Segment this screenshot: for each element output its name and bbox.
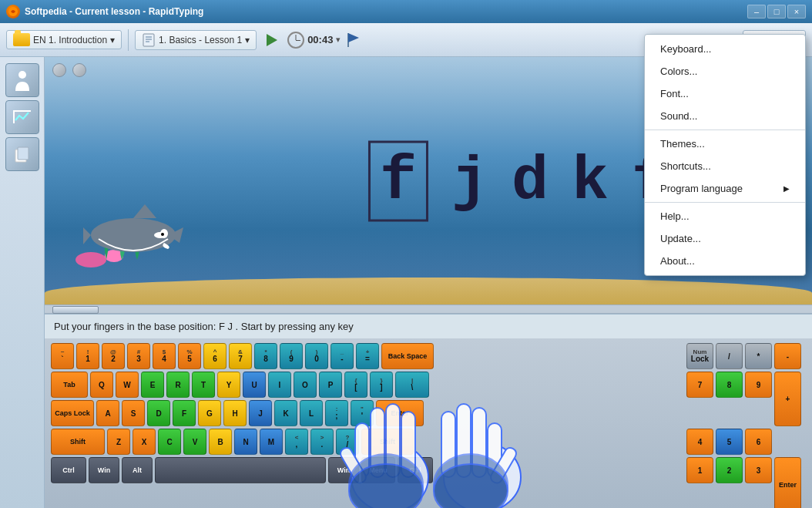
key-k[interactable]: K — [274, 400, 297, 426]
key-3[interactable]: #3 — [127, 343, 150, 369]
key-5[interactable]: %5 — [178, 343, 201, 369]
key-backspace[interactable]: Back Space — [381, 343, 434, 369]
key-num-enter[interactable]: Enter — [774, 457, 801, 508]
key-w[interactable]: W — [116, 372, 139, 398]
key-1[interactable]: !1 — [76, 343, 99, 369]
key-y[interactable]: Y — [217, 372, 240, 398]
key-quote[interactable]: "' — [351, 400, 374, 426]
minimize-button[interactable]: – — [747, 5, 766, 19]
menu-font[interactable]: Font... — [645, 82, 805, 105]
key-o[interactable]: O — [294, 372, 317, 398]
back-button[interactable] — [52, 63, 66, 77]
key-num8[interactable]: 8 — [716, 372, 743, 398]
key-b[interactable]: B — [209, 429, 232, 455]
menu-program-language[interactable]: Program language ▶ — [645, 177, 805, 200]
key-d[interactable]: D — [147, 400, 170, 426]
scroll-handle[interactable] — [52, 306, 99, 314]
key-num-plus[interactable]: + — [774, 372, 801, 426]
key-m[interactable]: M — [260, 429, 283, 455]
menu-help[interactable]: Help... — [645, 205, 805, 227]
key-numlock[interactable]: NumLock — [686, 343, 713, 369]
key-z[interactable]: Z — [107, 429, 130, 455]
key-f[interactable]: F — [173, 400, 196, 426]
key-j[interactable]: J — [249, 400, 272, 426]
key-backslash[interactable]: |\ — [395, 372, 429, 398]
maximize-button[interactable]: □ — [767, 5, 786, 19]
menu-colors[interactable]: Colors... — [645, 60, 805, 82]
key-g[interactable]: G — [198, 400, 221, 426]
key-comma[interactable]: <, — [285, 429, 308, 455]
statistics-button[interactable] — [5, 100, 39, 134]
numpad-row2: 7 8 9 + — [686, 372, 806, 426]
key-p[interactable]: P — [319, 372, 342, 398]
key-num-star[interactable]: * — [745, 343, 772, 369]
close-button[interactable]: × — [787, 5, 806, 19]
lesson-selector[interactable]: 1. Basics - Lesson 1 ▾ — [135, 30, 257, 50]
key-a[interactable]: A — [96, 400, 119, 426]
key-num4[interactable]: 4 — [686, 429, 713, 455]
key-space[interactable] — [155, 457, 326, 483]
key-num2[interactable]: 2 — [716, 457, 743, 483]
key-minus[interactable]: _- — [331, 343, 354, 369]
lessons-button[interactable] — [5, 137, 39, 171]
key-num5[interactable]: 5 — [716, 429, 743, 455]
key-win-right[interactable]: Win — [328, 457, 359, 483]
typing-tutor-button[interactable] — [5, 63, 39, 97]
key-t[interactable]: T — [192, 372, 215, 398]
key-shift-right[interactable]: Shift — [361, 429, 414, 455]
key-backtick[interactable]: ~` — [51, 343, 74, 369]
key-menu[interactable]: Menu — [361, 457, 395, 483]
key-num3[interactable]: 3 — [745, 457, 772, 483]
key-num1[interactable]: 1 — [686, 457, 713, 483]
key-0[interactable]: )0 — [305, 343, 328, 369]
key-h[interactable]: H — [223, 400, 247, 426]
play-button[interactable] — [261, 29, 283, 51]
key-e[interactable]: E — [141, 372, 164, 398]
key-num9[interactable]: 9 — [745, 372, 772, 398]
key-enter[interactable]: Enter — [376, 400, 424, 426]
menu-shortcuts[interactable]: Shortcuts... — [645, 155, 805, 177]
key-alt[interactable]: Alt — [122, 457, 153, 483]
forward-button[interactable] — [72, 63, 86, 77]
key-l[interactable]: L — [300, 400, 323, 426]
menu-themes[interactable]: Themes... — [645, 133, 805, 155]
key-ctrl-left[interactable]: Ctrl — [51, 457, 86, 483]
menu-sound[interactable]: Sound... — [645, 105, 805, 127]
key-8[interactable]: *8 — [254, 343, 277, 369]
key-num6[interactable]: 6 — [745, 429, 772, 455]
key-r[interactable]: R — [166, 372, 190, 398]
key-7[interactable]: &7 — [229, 343, 252, 369]
numpad: NumLock / * - 7 8 9 + 4 5 6 — [686, 343, 806, 508]
key-6[interactable]: ^6 — [203, 343, 226, 369]
key-rbracket[interactable]: }] — [370, 372, 393, 398]
key-tab[interactable]: Tab — [51, 372, 88, 398]
course-selector[interactable]: EN 1. Introduction ▾ — [6, 30, 122, 49]
key-s[interactable]: S — [122, 400, 145, 426]
key-x[interactable]: X — [133, 429, 156, 455]
key-n[interactable]: N — [234, 429, 257, 455]
key-equals[interactable]: += — [356, 343, 379, 369]
scroll-area[interactable] — [45, 304, 812, 314]
key-num-minus[interactable]: - — [774, 343, 801, 369]
key-lbracket[interactable]: {[ — [344, 372, 367, 398]
key-semicolon[interactable]: :; — [325, 400, 348, 426]
key-slash[interactable]: ?/ — [336, 429, 359, 455]
key-ctrl-right[interactable]: Ctrl — [398, 457, 433, 483]
key-i[interactable]: I — [268, 372, 291, 398]
key-u[interactable]: U — [243, 372, 266, 398]
key-period[interactable]: >. — [310, 429, 334, 455]
key-num7[interactable]: 7 — [686, 372, 713, 398]
key-9[interactable]: (9 — [280, 343, 303, 369]
key-4[interactable]: $4 — [153, 343, 176, 369]
key-num-slash[interactable]: / — [716, 343, 743, 369]
key-shift-left[interactable]: Shift — [51, 429, 105, 455]
menu-keyboard[interactable]: Keyboard... — [645, 38, 805, 60]
key-capslock[interactable]: Caps Lock — [51, 400, 94, 426]
menu-update[interactable]: Update... — [645, 227, 805, 250]
key-v[interactable]: V — [183, 429, 206, 455]
key-win-left[interactable]: Win — [89, 457, 119, 483]
key-q[interactable]: Q — [90, 372, 113, 398]
key-c[interactable]: C — [158, 429, 181, 455]
menu-about[interactable]: About... — [645, 250, 805, 272]
key-2[interactable]: @2 — [102, 343, 125, 369]
